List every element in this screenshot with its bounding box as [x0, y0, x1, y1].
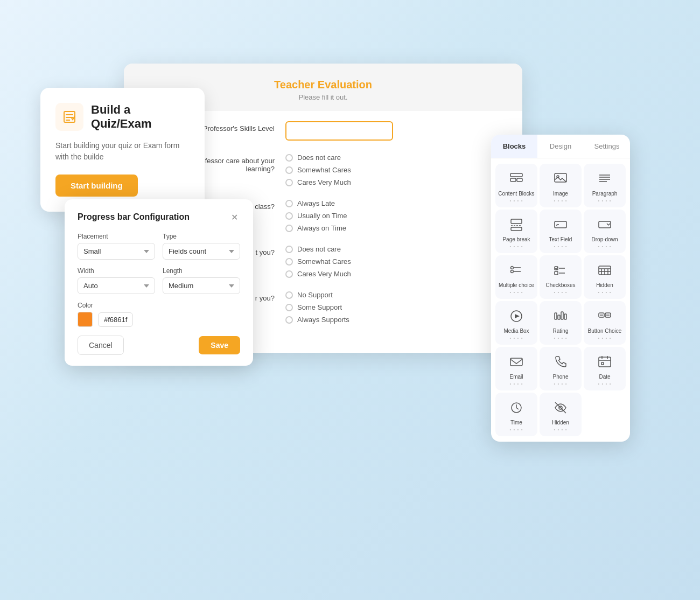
content-blocks-icon [507, 169, 526, 189]
placement-label: Placement [78, 233, 155, 240]
block-label: Page break [502, 236, 530, 243]
block-dropdown[interactable]: Drop-down • • • • [584, 210, 626, 253]
color-value[interactable]: #f6861f [98, 312, 133, 327]
start-building-button[interactable]: Start building [55, 175, 138, 197]
blocks-tabs: Blocks Design Settings [491, 135, 630, 158]
length-select[interactable]: Short Medium Long [163, 277, 240, 294]
placement-select[interactable]: Small Medium Large [78, 243, 155, 260]
block-label: Phone [553, 374, 569, 380]
color-label: Color [78, 302, 240, 309]
multiple-choice-icon [507, 261, 526, 280]
quiz-icon-box [55, 103, 83, 131]
question-1-content [285, 121, 501, 141]
length-label: Length [163, 267, 240, 275]
save-button[interactable]: Save [199, 336, 240, 354]
quiz-card-title: Build a Quiz/Exam [91, 103, 190, 131]
email-icon [507, 352, 526, 372]
radio-item[interactable]: Does not care [285, 154, 501, 162]
color-row: Color #f6861f [78, 302, 240, 327]
svg-marker-31 [515, 314, 520, 318]
type-select[interactable]: Fields count Percentage Steps [163, 243, 240, 260]
block-label: Email [509, 374, 523, 380]
radio-item-always-on-time[interactable]: Always on Time [285, 224, 501, 232]
radio-item[interactable]: Cares Very Much [285, 270, 501, 278]
block-label: Time [510, 420, 522, 426]
text-field-icon [551, 215, 570, 234]
question-4-content: Does not care Somewhat Cares Cares Very … [285, 245, 501, 278]
tab-design[interactable]: Design [537, 135, 584, 158]
svg-rect-0 [510, 173, 522, 177]
checkboxes-icon [551, 261, 570, 280]
radio-item[interactable]: Somewhat Cares [285, 257, 501, 266]
svg-point-4 [557, 176, 559, 178]
block-content-blocks[interactable]: Content Blocks • • • • [495, 164, 537, 207]
block-checkboxes[interactable]: Checkboxes • • • • [540, 255, 582, 299]
block-button-choice[interactable]: Button Choice • • • • [584, 301, 626, 345]
svg-point-16 [511, 267, 514, 269]
color-preview: #f6861f [78, 312, 240, 327]
tab-settings[interactable]: Settings [584, 135, 630, 158]
placement-field: Placement Small Medium Large [78, 233, 155, 260]
svg-rect-45 [601, 362, 604, 365]
block-label: Checkboxes [545, 282, 575, 289]
quiz-card-header: Build a Quiz/Exam [55, 103, 190, 131]
radio-item-usually-on-time[interactable]: Usually on Time [285, 212, 501, 220]
svg-rect-22 [555, 271, 558, 275]
block-time[interactable]: Time • • • • [495, 393, 537, 436]
dialog-footer: Cancel Save [78, 336, 240, 355]
skills-level-input[interactable] [285, 121, 393, 141]
media-box-icon [507, 306, 526, 326]
block-label: Date [599, 374, 610, 380]
svg-rect-41 [599, 357, 611, 367]
svg-point-17 [511, 270, 514, 273]
tab-blocks[interactable]: Blocks [491, 135, 537, 158]
svg-rect-34 [561, 312, 563, 319]
block-image[interactable]: Image • • • • [540, 164, 582, 207]
block-hidden[interactable]: Hidden • • • • [584, 255, 626, 299]
block-label: Content Blocks [498, 191, 534, 197]
block-paragraph[interactable]: Paragraph • • • • [584, 164, 626, 207]
progress-bar-dialog: Progress bar Configuration ✕ Placement S… [65, 199, 253, 366]
svg-rect-2 [517, 178, 522, 182]
dropdown-icon [595, 215, 614, 234]
block-phone[interactable]: Phone • • • • [540, 347, 582, 390]
paragraph-icon [595, 169, 614, 189]
quiz-icon [60, 107, 79, 127]
blocks-grid: Content Blocks • • • • Image • • • • Par… [491, 158, 630, 442]
block-label: Image [553, 191, 568, 197]
radio-item[interactable]: Some Support [285, 303, 501, 311]
color-swatch[interactable] [78, 312, 93, 327]
phone-icon [551, 352, 570, 372]
dialog-row-width-length: Width Auto Full Custom Length Short Medi… [78, 267, 240, 294]
block-label: Drop-down [592, 236, 618, 243]
block-label: Hidden [596, 282, 613, 289]
question-3-content: Always Late Usually on Time Always on Ti… [285, 199, 501, 232]
svg-rect-9 [511, 219, 522, 224]
close-dialog-button[interactable]: ✕ [228, 211, 240, 223]
radio-item[interactable]: Cares Very Much [285, 178, 501, 186]
radio-item[interactable]: Always Supports [285, 316, 501, 324]
radio-item[interactable]: No Support [285, 291, 501, 299]
block-page-break[interactable]: Page break • • • • [495, 210, 537, 253]
block-label: Text Field [549, 236, 572, 243]
block-hidden2[interactable]: Hidden • • • • [540, 393, 582, 436]
radio-item[interactable]: Somewhat Cares [285, 166, 501, 174]
block-label: Hidden [552, 420, 569, 426]
block-label: Button Choice [588, 328, 622, 334]
block-date[interactable]: Date • • • • [584, 347, 626, 390]
block-media-box[interactable]: Media Box • • • • [495, 301, 537, 345]
quiz-card-description: Start building your quiz or Exam form wi… [55, 140, 190, 163]
cancel-button[interactable]: Cancel [78, 336, 124, 355]
width-select[interactable]: Auto Full Custom [78, 277, 155, 294]
radio-item-always-late[interactable]: Always Late [285, 199, 501, 207]
svg-rect-40 [510, 358, 522, 366]
block-text-field[interactable]: Text Field • • • • [540, 210, 582, 253]
width-field: Width Auto Full Custom [78, 267, 155, 294]
dialog-title: Progress bar Configuration [78, 212, 190, 222]
type-label: Type [163, 233, 240, 240]
block-rating[interactable]: Rating • • • • [540, 301, 582, 345]
radio-item[interactable]: Does not care [285, 245, 501, 253]
block-email[interactable]: Email • • • • [495, 347, 537, 390]
block-multiple-choice[interactable]: Multiple choice • • • • [495, 255, 537, 299]
button-choice-icon [595, 306, 614, 326]
